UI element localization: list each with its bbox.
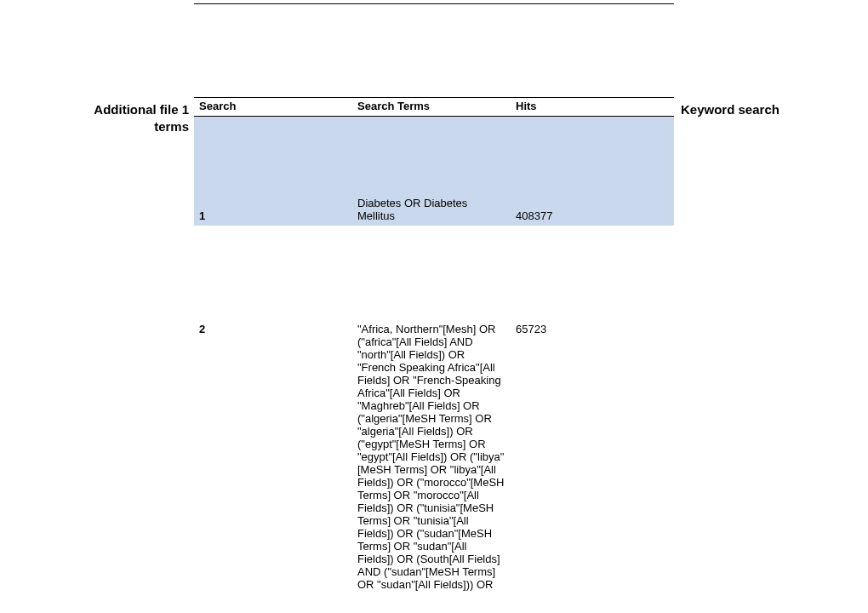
cell-search: 1 <box>194 117 352 226</box>
top-rule <box>194 3 674 4</box>
table-row: 2 "Africa, Northern"[Mesh] OR ("africa"[… <box>194 323 674 594</box>
left-label-line2: terms <box>154 119 189 134</box>
header-hits: Hits <box>511 98 674 117</box>
search-table-wrap: Search Search Terms Hits 1 Diabetes OR D… <box>194 97 674 594</box>
cell-hits: 65723 <box>511 323 674 594</box>
additional-file-label: Additional file 1 terms <box>73 101 189 135</box>
cell-terms: "Africa, Northern"[Mesh] OR ("africa"[Al… <box>352 323 511 594</box>
table-row: 1 Diabetes OR Diabetes Mellitus 408377 <box>194 117 674 226</box>
right-label-text: Keyword search <box>681 102 779 117</box>
cell-terms: Diabetes OR Diabetes Mellitus <box>352 117 511 226</box>
left-label-line1: Additional file 1 <box>94 102 189 117</box>
header-terms: Search Terms <box>352 98 511 117</box>
keyword-search-label: Keyword search <box>681 101 800 118</box>
header-search: Search <box>194 98 352 117</box>
spacer-row <box>194 226 674 323</box>
table-header-row: Search Search Terms Hits <box>194 98 674 117</box>
search-table: Search Search Terms Hits 1 Diabetes OR D… <box>194 97 674 594</box>
cell-search: 2 <box>194 323 352 594</box>
cell-hits: 408377 <box>511 117 674 226</box>
